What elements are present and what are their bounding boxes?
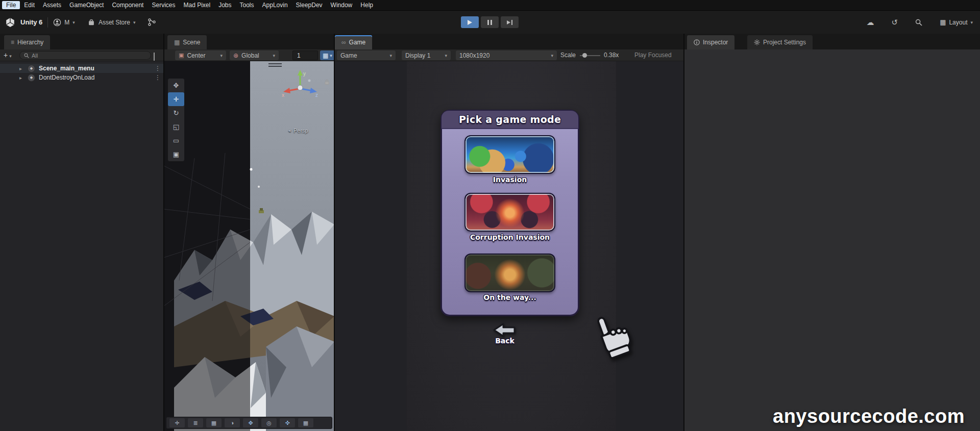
game-view-panel: Pick a game mode Invasion Corruption Inv… [334,61,683,431]
scene-icon: ◆ [28,74,35,82]
menu-sleepdev[interactable]: SleepDev [292,1,327,9]
layout-dropdown[interactable]: ▦ Layout ▾ [940,18,973,26]
mode-button-corruption-invasion[interactable] [464,193,555,232]
step-button[interactable] [501,16,519,28]
step-icon [507,20,512,25]
tab-inspector[interactable]: Inspector [687,35,734,49]
tab-project-settings[interactable]: Project Settings [747,35,813,49]
camera-mode-label[interactable]: ◄ Persp [287,128,308,134]
menu-services[interactable]: Services [148,1,179,9]
row-kebab-icon[interactable]: ⋮ [155,65,161,71]
rotate-tool[interactable]: ↻ [168,106,184,120]
menu-mad-pixel[interactable]: Mad Pixel [179,1,214,9]
play-button[interactable] [461,16,479,28]
back-button[interactable]: Back [489,322,520,345]
play-focused-dropdown[interactable]: Play Focused [634,52,672,59]
gizmo-lock-icon[interactable] [324,79,330,85]
scale-tool[interactable]: ◱ [168,120,184,134]
panel-divider[interactable] [163,34,164,431]
chevron-down-icon: ▾ [133,20,136,25]
scale-slider-knob[interactable] [582,53,587,58]
account-menu[interactable]: M ▾ [53,18,75,27]
axis-y-label[interactable]: y [303,71,306,77]
menu-window[interactable]: Window [327,1,357,9]
panel-divider[interactable] [334,34,335,431]
game-view-mode-dropdown[interactable]: Game ▾ [337,50,396,60]
axis-z-label[interactable]: z [315,92,318,98]
game-toolbar: Game ▾ Display 1 ▾ 1080x1920 ▾ Scale 0.3… [334,49,683,61]
hierarchy-row-scene-main-menu[interactable]: ▸ ◆ Scene_main_menu ⋮ [0,64,163,73]
search-icon[interactable] [915,19,922,26]
menu-help[interactable]: Help [356,1,377,9]
scene-toolbar: ▣ Center ▾ ⊕ Global ▾ 1 ▦ ▾ [164,49,334,61]
tab-game[interactable]: ∞ Game [335,35,372,49]
menu-applovin[interactable]: AppLovin [258,1,292,9]
chevron-down-icon: ▾ [273,53,275,58]
axis-x-label[interactable]: x [282,92,284,98]
layout-grid-icon: ▦ [940,18,946,26]
row-kebab-icon[interactable]: ⋮ [155,74,161,81]
main-toolbar: Unity 6 M ▾ Asset Store ▾ [0,11,980,34]
expander-icon[interactable]: ▸ [19,75,22,81]
chevron-down-icon: ▾ [9,54,12,59]
inspector-panel [684,49,980,431]
menu-assets[interactable]: Assets [39,1,65,9]
hierarchy-search-input[interactable]: All [19,51,151,60]
resolution-dropdown[interactable]: 1080x1920 ▾ [456,50,557,60]
orientation-gizmo[interactable]: y x z [281,67,320,106]
shading-mode-button[interactable]: ◑ [225,418,240,427]
asset-store-menu[interactable]: Asset Store ▾ [87,18,136,27]
view-hand-tool[interactable]: ✥ [168,79,184,92]
snap-grid-button[interactable]: ▦ [298,418,313,427]
gizmos-button[interactable]: ✥ [243,418,258,427]
transform-tool[interactable]: ▣ [168,147,184,161]
layers-button[interactable]: ≣ [188,418,203,427]
menu-component[interactable]: Component [108,1,148,9]
tab-game-label: Game [349,39,366,46]
grid-toggle-button[interactable]: ▦ [206,418,222,427]
pause-button[interactable] [481,16,499,28]
scene-icon: ◆ [28,65,35,72]
mode-label-corruption-invasion: Corruption Invasion [442,233,578,241]
version-control-button[interactable] [148,18,156,27]
pivot-label: Center [187,52,205,59]
menu-gameobject[interactable]: GameObject [65,1,108,9]
zoom-button[interactable]: ◎ [261,418,277,427]
scene-bottom-toolbar: ✛ ≣ ▦ ◑ ✥ ◎ ✜ ▦ [166,417,332,429]
cloud-icon[interactable]: ☁ [867,18,874,26]
move-snap-button[interactable]: ✜ [280,418,295,427]
tab-hierarchy[interactable]: ≡ Hierarchy [4,35,50,49]
move-tool[interactable]: ✛ [168,92,184,106]
view-mode-label: Game [340,52,357,59]
gamepad-icon: ∞ [341,39,346,46]
chevron-down-icon: ▾ [330,53,332,58]
tab-scene[interactable]: ▦ Scene [167,35,207,49]
undo-history-icon[interactable]: ↺ [892,18,898,26]
menu-file[interactable]: File [2,1,20,9]
hierarchy-node-label: Scene_main_menu [39,65,94,72]
panel-divider[interactable] [683,34,684,431]
game-mode-dialog: Pick a game mode Invasion Corruption Inv… [440,110,579,316]
grid-snap-button[interactable]: ▦ ▾ [320,50,335,60]
pivot-icon: ▣ [179,52,184,59]
tab-inspector-label: Inspector [703,39,728,46]
add-object-button[interactable]: +▾ [4,51,12,59]
mode-button-invasion[interactable] [464,135,555,174]
hierarchy-row-dontdestroyonload[interactable]: ▸ ◆ DontDestroyOnLoad ⋮ [0,73,163,82]
grid-size-input[interactable]: 1 [292,50,318,60]
rect-tool[interactable]: ▭ [168,134,184,147]
pivot-dropdown[interactable]: ▣ Center ▾ [175,50,226,60]
scene-picker-icon[interactable] [154,53,155,60]
account-initial: M [64,19,69,26]
back-arrow-icon [493,322,517,338]
pan-tool-button[interactable]: ✛ [169,418,185,427]
menu-jobs[interactable]: Jobs [214,1,235,9]
menu-tools[interactable]: Tools [236,1,258,9]
grid-snap-icon: ▦ [323,52,328,59]
orientation-dropdown[interactable]: ⊕ Global ▾ [230,50,279,60]
display-dropdown[interactable]: Display 1 ▾ [402,50,451,60]
mode-button-on-the-way[interactable] [464,253,555,292]
menu-edit[interactable]: Edit [20,1,39,9]
scene-viewport[interactable]: ✥ ✛ ↻ ◱ ▭ ▣ y x z ◄ Persp [164,61,334,431]
expander-icon[interactable]: ▸ [19,66,22,71]
